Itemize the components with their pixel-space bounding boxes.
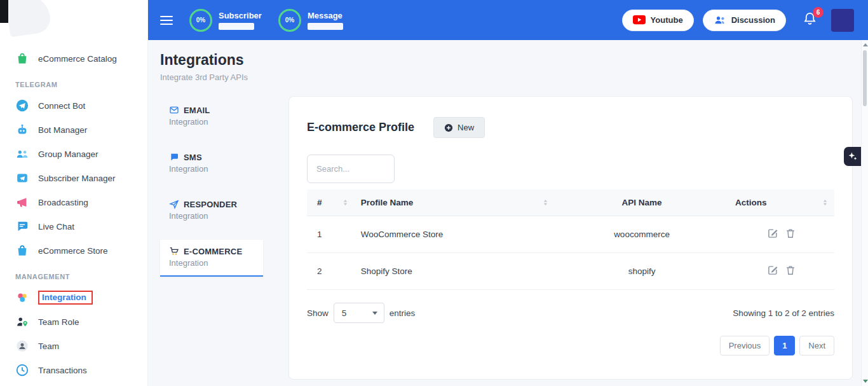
ecommerce-profile-card: E-commerce Profile New [288,96,853,380]
sidebar-item-label: Team Role [38,317,79,327]
nav-item-responder-integration[interactable]: RESPONDER Integration [160,193,263,230]
page-size-select[interactable]: 5 [334,303,384,323]
sidebar-item-label: eCommerce Catalog [38,54,117,64]
subscriber-icon [15,171,29,185]
subscriber-stat-label: Subscriber [219,11,262,20]
column-header-profile-name[interactable]: Profile Name [355,190,555,216]
team-role-icon [15,315,29,329]
delete-button[interactable] [783,226,798,243]
discussion-users-icon [714,15,726,25]
sidebar-item-bot-manager[interactable]: Bot Manager [0,118,147,142]
sms-icon [169,152,179,162]
megaphone-icon [15,195,29,209]
message-stat: 0% Message [278,9,343,32]
next-page-button[interactable]: Next [799,336,834,355]
entries-label: entries [390,308,416,318]
page-1-button[interactable]: 1 [774,336,795,355]
plus-circle-icon [444,123,453,132]
logo-watermark [5,0,52,37]
store-bag-icon [15,244,29,258]
sort-icon [543,199,548,206]
edit-button[interactable] [765,226,780,243]
column-header-num[interactable]: # [307,190,355,216]
cart-icon [169,246,179,256]
api-name-cell: woocommerce [555,216,729,253]
sidebar-item-label: Live Chat [38,222,74,231]
integration-nav: EMAIL Integration SMS Integration [160,96,275,287]
sidebar-section-management: MANAGEMENT [0,263,147,286]
discussion-button[interactable]: Discussion [703,10,786,31]
nav-item-sms-integration[interactable]: SMS Integration [160,146,263,183]
logo-area [0,0,147,40]
sidebar-item-integration[interactable]: Integration [0,286,147,310]
message-progress-ring: 0% [278,9,301,32]
sidebar-item-label: eCommerce Store [38,246,108,256]
profile-name-cell: WooCommerce Store [355,216,555,253]
page-subtitle: Integrate 3rd Party APIs [160,72,853,82]
menu-toggle-icon[interactable] [160,16,173,25]
sidebar-item-group-manager[interactable]: Group Manager [0,142,147,166]
sidebar-item-team-role[interactable]: Team Role [0,310,147,334]
new-profile-button[interactable]: New [433,117,485,138]
edit-button[interactable] [765,263,780,280]
column-header-api-name[interactable]: API Name [555,190,729,216]
sidebar-item-label: Team [38,341,59,351]
subscriber-percent: 0% [196,17,205,24]
sidebar-item-broadcasting[interactable]: Broadcasting [0,190,147,214]
row-number: 1 [307,216,355,253]
nav-item-ecommerce-integration[interactable]: E-COMMERCE Integration [160,240,263,277]
sidebar-item-connect-bot[interactable]: Connect Bot [0,93,147,118]
telegram-icon [15,99,29,113]
sort-icon [342,199,348,206]
sort-icon [822,199,828,206]
app-window: eCommerce Catalog TELEGRAM Connect Bot B… [0,0,868,386]
scroll-down-arrow[interactable] [863,380,868,383]
sidebar-item-ecommerce-catalog[interactable]: eCommerce Catalog [0,46,147,71]
shopping-bag-icon [15,52,29,65]
sidebar-item-label: Broadcasting [38,198,88,207]
pagination: Previous 1 Next [307,336,834,355]
message-stat-value [308,23,343,30]
profiles-table: # Profile Name A [307,190,834,290]
sidebar-item-label: Subscriber Manager [38,174,116,183]
subscriber-stat-value [219,23,254,30]
paper-plane-icon [169,199,179,209]
profile-name-cell: Shopify Store [355,253,555,290]
previous-page-button[interactable]: Previous [720,336,770,355]
delete-button[interactable] [783,263,798,280]
search-input[interactable] [307,155,395,183]
show-entries-control: Show 5 entries [307,303,415,323]
sidebar-item-live-chat[interactable]: Live Chat [0,214,147,238]
sidebar-item-ecommerce-store[interactable]: eCommerce Store [0,238,147,263]
sidebar-item-label: Bot Manager [38,125,87,135]
scroll-up-arrow[interactable] [863,43,868,46]
sparkle-icon [848,151,858,162]
showing-entries-text: Showing 1 to 2 of 2 entries [733,308,834,318]
youtube-button[interactable]: Youtube [622,10,694,31]
logo-notch [0,0,8,23]
team-icon [15,339,29,353]
row-number: 2 [307,253,355,290]
sidebar-item-label-highlighted: Integration [38,291,93,305]
sidebar-item-label: Transactions [38,366,87,375]
sidebar-item-subscriber-manager[interactable]: Subscriber Manager [0,166,147,190]
sidebar-item-transactions[interactable]: Transactions [0,358,147,382]
sidebar-section-telegram: TELEGRAM [0,71,147,93]
scrollbar-thumb[interactable] [863,50,867,106]
subscriber-progress-ring: 0% [189,9,212,32]
user-avatar[interactable] [831,9,854,32]
notifications-bell[interactable]: 6 [803,11,817,29]
scrollbar[interactable] [861,40,868,386]
nav-item-email-integration[interactable]: EMAIL Integration [160,99,263,135]
table-header-row: # Profile Name A [307,190,834,216]
notification-count-badge: 6 [813,7,824,18]
column-header-actions[interactable]: Actions [729,190,834,216]
sidebar-item-team[interactable]: Team [0,334,147,358]
transactions-icon [15,363,29,377]
api-name-cell: shopify [555,253,729,290]
assistant-fab[interactable] [844,147,861,166]
table-row: 2 Shopify Store shopify [307,253,834,290]
email-icon [169,105,179,115]
show-label: Show [307,308,329,318]
message-stat-label: Message [308,11,343,20]
